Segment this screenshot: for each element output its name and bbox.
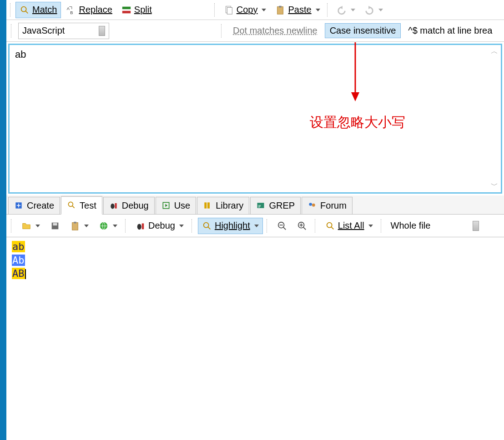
svg-rect-28 [53,223,57,225]
create-icon [14,201,24,211]
svg-marker-11 [368,5,371,9]
highlight-label: Highlight [215,220,250,231]
debug-run-button[interactable]: Debug [131,218,188,234]
dot-matches-label: Dot matches newline [233,25,318,35]
regex-pattern-text: ab [15,49,26,60]
tab-grep-label: GREP [269,200,295,211]
svg-line-38 [283,227,286,230]
tab-debug[interactable]: Debug [103,197,155,214]
toolbar-separator [125,219,128,233]
library-icon [203,201,213,211]
dot-matches-newline-toggle[interactable]: Dot matches newline [228,24,322,38]
case-insensitive-toggle[interactable]: Case insensitive [325,23,401,38]
use-icon [161,201,171,211]
svg-rect-7 [227,7,232,14]
copy-icon [224,5,234,15]
svg-point-17 [111,203,114,209]
svg-line-16 [72,206,75,208]
list-all-button[interactable]: List All [321,218,377,234]
chevron-down-icon [262,9,266,11]
toolbar-separator [10,3,13,17]
chevron-down-icon [35,225,40,227]
chevron-down-icon [113,225,117,227]
tab-use[interactable]: Use [156,197,197,214]
annotation-text: 设置忽略大小写 [310,113,405,132]
zoom-out-button[interactable] [273,218,291,234]
split-button[interactable]: Split [117,2,156,18]
scroll-up-icon[interactable]: ︿ [491,47,498,56]
language-combo[interactable]: JavaScript [18,23,109,39]
svg-line-1 [25,10,28,13]
copy-label: Copy [237,5,258,15]
debug-icon [136,221,146,231]
chevron-down-icon [179,225,184,227]
main-toolbar: Match AB Replace Split Copy Paste [6,0,504,20]
svg-line-42 [303,227,306,230]
panel-tabstrip: Create Test Debug Use Library gr GREP F [6,195,504,215]
test-results-pane[interactable]: ab Ab AB [8,237,502,283]
highlight-button[interactable]: Highlight [198,218,263,234]
combo-handle-icon[interactable] [473,221,479,231]
chevron-down-icon [351,9,355,11]
undo-button[interactable] [333,2,359,18]
tab-create[interactable]: Create [8,197,60,214]
svg-rect-29 [72,222,78,230]
line-anchors-toggle[interactable]: ^$ match at line brea [403,24,497,38]
annotation-arrow-icon [348,42,362,101]
tab-test[interactable]: Test [61,196,102,215]
copy-button[interactable]: Copy [220,2,271,18]
text-cursor [25,269,26,279]
replace-button[interactable]: AB Replace [62,2,116,18]
combo-handle-icon[interactable] [99,26,105,36]
zoom-in-button[interactable] [293,218,311,234]
case-insensitive-label: Case insensitive [330,25,396,35]
redo-button[interactable] [360,2,387,18]
match-highlight: AB [12,268,25,279]
toolbar-separator [381,219,383,233]
redo-icon [364,5,374,15]
paste-label: Paste [288,5,311,15]
svg-rect-8 [277,6,283,14]
save-button[interactable] [46,218,64,234]
result-line: ab [12,240,499,254]
svg-text:A: A [67,6,70,11]
search-icon [67,200,77,210]
regex-input-pane[interactable]: ab 设置忽略大小写 ︿ ﹀ [8,44,502,194]
toolbar-separator [192,219,194,233]
chevron-down-icon [368,225,373,227]
tab-grep[interactable]: gr GREP [250,197,301,214]
clipboard-icon [70,221,80,231]
toolbar-separator [315,219,318,233]
web-button[interactable] [95,218,121,234]
undo-icon [337,5,347,15]
toolbar-separator [11,24,14,38]
svg-rect-33 [142,223,144,229]
line-anchors-label: ^$ match at line brea [408,25,492,35]
svg-marker-10 [340,5,343,9]
chevron-down-icon [316,9,320,11]
split-icon [121,5,131,15]
svg-point-32 [137,224,141,230]
tab-library[interactable]: Library [197,197,249,214]
svg-rect-22 [207,202,210,208]
svg-rect-9 [279,5,282,7]
toolbar-separator [327,3,330,17]
svg-line-35 [208,226,211,229]
save-icon [50,221,60,231]
match-button[interactable]: Match [15,2,61,18]
scope-combo[interactable]: Whole file [387,218,483,234]
svg-point-26 [312,203,315,206]
tab-forum[interactable]: Forum [302,197,353,214]
open-file-button[interactable] [17,218,44,234]
svg-text:gr: gr [258,204,262,208]
svg-rect-30 [74,221,76,223]
scroll-down-icon[interactable]: ﹀ [491,181,498,190]
grep-icon: gr [256,201,266,211]
list-all-label: List All [338,220,364,231]
result-line: AB [12,267,499,280]
paste-sample-button[interactable] [66,218,93,234]
paste-button[interactable]: Paste [271,2,324,18]
globe-icon [99,221,109,231]
tab-use-label: Use [174,200,191,211]
tab-test-label: Test [80,200,96,211]
